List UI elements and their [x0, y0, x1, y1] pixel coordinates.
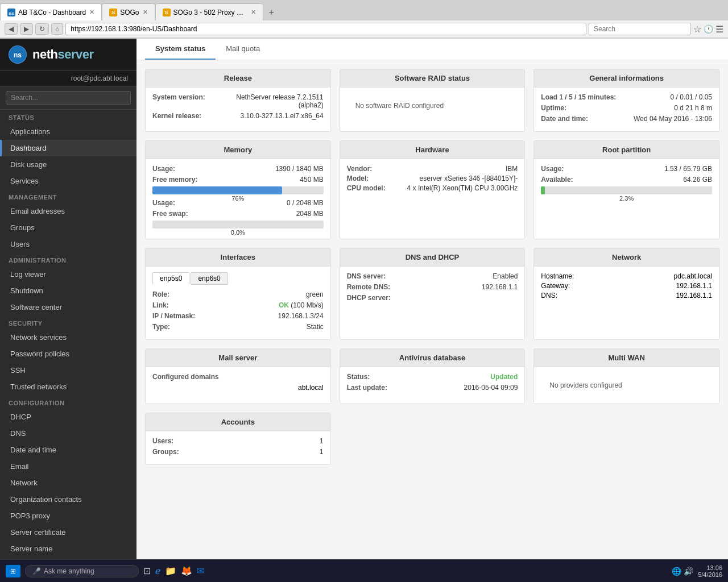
section-title-security: Security — [0, 315, 136, 329]
iface-role-label: Role: — [152, 290, 169, 298]
iface-tab-enp5s0[interactable]: enp5s0 — [152, 272, 189, 285]
antivirus-panel: Antivirus database Status: Updated Last … — [340, 348, 526, 404]
sidebar-item-ssh[interactable]: SSH — [0, 362, 136, 379]
network-panel-body: Hostname: pdc.abt.local Gateway: 192.168… — [534, 267, 719, 307]
root-partition-title: Root partition — [534, 141, 719, 159]
general-info-body: Load 1 / 5 / 15 minutes: 0 / 0.01 / 0.05… — [534, 88, 719, 131]
partition-available-row: Available: 64.26 GB — [541, 176, 712, 184]
sidebar-item-users[interactable]: Users — [0, 236, 136, 252]
load-row: Load 1 / 5 / 15 minutes: 0 / 0.01 / 0.05 — [541, 93, 712, 101]
remote-dns-label: Remote DNS: — [347, 283, 391, 291]
memory-progress-fill — [152, 186, 282, 194]
tab-close-2[interactable]: ✕ — [143, 9, 148, 16]
iface-tab-enp6s0[interactable]: enp6s0 — [191, 272, 228, 285]
iface-role-row: Role: green — [152, 290, 324, 298]
sidebar-item-network-services[interactable]: Network services — [0, 329, 136, 346]
free-swap-row: Free swap: 2048 MB — [152, 210, 324, 218]
address-bar[interactable] — [65, 23, 586, 35]
free-memory-value: 450 MB — [300, 176, 323, 184]
model-label: Model: — [347, 174, 369, 182]
memory-usage-label: Usage: — [152, 165, 175, 173]
forward-button[interactable]: ▶ — [20, 23, 33, 35]
general-info-title: General informations — [534, 69, 719, 88]
taskbar-sys-icons: 🌐 🔊 — [672, 567, 693, 576]
datetime-row: Date and time: Wed 04 May 2016 - 13:06 — [541, 115, 712, 123]
vendor-label: Vendor: — [347, 165, 373, 173]
taskbar-right: 🌐 🔊 13:06 5/4/2016 — [672, 564, 722, 578]
history-icon[interactable]: 🕐 — [704, 24, 713, 34]
tab-favicon-2: S — [109, 9, 117, 16]
reload-button[interactable]: ↻ — [35, 23, 49, 35]
sidebar-item-log-viewer[interactable]: Log viewer — [0, 266, 136, 282]
browser-search[interactable] — [589, 23, 691, 35]
hostname-row: Hostname: pdc.abt.local — [541, 272, 712, 280]
sidebar-item-shutdown[interactable]: Shutdown — [0, 282, 136, 299]
interfaces-body: enp5s0 enp6s0 Role: green Link: OK (100 … — [146, 267, 330, 339]
tab-close-3[interactable]: ✕ — [251, 9, 256, 16]
sidebar-item-organization-contacts[interactable]: Organization contacts — [0, 491, 136, 508]
section-title-status: Status — [0, 110, 136, 123]
iface-link-status: OK — [279, 301, 289, 309]
sidebar-item-server-certificate[interactable]: Server certificate — [0, 524, 136, 541]
home-button[interactable]: ⌂ — [51, 23, 63, 35]
hardware-body: Vendor: IBM Model: eserver xSeries 346 -… — [340, 159, 525, 199]
iface-ip-row: IP / Netmask: 192.168.1.3/24 — [152, 312, 324, 320]
browser-tab-1[interactable]: ns AB T&Co - Dashboard ✕ — [0, 3, 102, 20]
cpu-label: CPU model: — [347, 184, 386, 192]
sidebar-item-password-policies[interactable]: Password policies — [0, 346, 136, 362]
sidebar-item-email[interactable]: Email — [0, 458, 136, 475]
sidebar-item-groups[interactable]: Groups — [0, 219, 136, 236]
tab-label-2: SOGo — [120, 9, 139, 16]
task-view-icon[interactable]: ⊡ — [143, 566, 151, 576]
mail-icon[interactable]: ✉ — [197, 566, 204, 576]
tab-system-status[interactable]: System status — [145, 39, 216, 60]
menu-icon[interactable]: ☰ — [715, 24, 723, 35]
edge-icon[interactable]: ℯ — [155, 566, 160, 576]
explorer-icon[interactable]: 📁 — [165, 566, 176, 576]
dns-dhcp-title: DNS and DHCP — [340, 248, 525, 267]
accounts-title: Accounts — [146, 413, 330, 431]
tab-close-1[interactable]: ✕ — [89, 9, 94, 16]
browser-tab-2[interactable]: S SOGo ✕ — [102, 3, 155, 20]
kernel-release-value: 3.10.0-327.13.1.el7.x86_64 — [241, 112, 324, 120]
mail-domain-value: abt.local — [152, 384, 324, 392]
sidebar-item-dashboard[interactable]: Dashboard — [0, 140, 136, 156]
taskbar-search[interactable]: 🎤 Ask me anything — [25, 565, 139, 577]
firefox-icon[interactable]: 🦊 — [181, 566, 192, 576]
sidebar-search-input[interactable] — [6, 91, 131, 105]
sidebar-item-pop3-proxy[interactable]: POP3 proxy — [0, 508, 136, 524]
sidebar-item-server-name[interactable]: Server name — [0, 541, 136, 557]
iface-link-row: Link: OK (100 Mb/s) — [152, 301, 324, 309]
hostname-value: pdc.abt.local — [674, 272, 712, 280]
bookmark-icon[interactable]: ☆ — [693, 24, 701, 35]
accounts-body: Users: 1 Groups: 1 — [146, 431, 330, 464]
sidebar-item-email-addresses[interactable]: Email addresses — [0, 203, 136, 219]
sidebar-item-dns[interactable]: DNS — [0, 425, 136, 442]
start-button[interactable]: ⊞ — [6, 565, 20, 577]
software-raid-body: No software RAID configured — [340, 88, 525, 124]
iface-link-value: OK (100 Mb/s) — [279, 301, 324, 309]
new-tab-button[interactable]: + — [263, 5, 280, 20]
dns-dhcp-panel: DNS and DHCP DNS server: Enabled Remote … — [340, 248, 526, 340]
sidebar-item-trusted-networks[interactable]: Trusted networks — [0, 379, 136, 395]
sidebar-item-services[interactable]: Services — [0, 173, 136, 189]
mail-server-body: Configured domains abt.local — [146, 367, 330, 397]
section-title-administration: Administration — [0, 252, 136, 266]
sidebar-item-software-center[interactable]: Software center — [0, 299, 136, 315]
sidebar-item-disk-usage[interactable]: Disk usage — [0, 156, 136, 173]
tab-label-1: AB T&Co - Dashboard — [18, 9, 86, 16]
model-value: eserver xSeries 346 -[884015Y]- — [420, 174, 518, 182]
system-version-label: System version: — [152, 93, 205, 109]
release-panel: Release System version: NethServer relea… — [145, 69, 331, 132]
dns-label: DNS: — [541, 292, 557, 300]
sidebar-item-date-and-time[interactable]: Date and time — [0, 442, 136, 458]
multi-wan-message: No providers configured — [541, 373, 712, 398]
back-button[interactable]: ◀ — [5, 23, 18, 35]
tab-mail-quota[interactable]: Mail quota — [216, 39, 270, 60]
sidebar-item-applications[interactable]: Applications — [0, 123, 136, 140]
sidebar-item-network[interactable]: Network — [0, 475, 136, 491]
sidebar-item-dhcp[interactable]: DHCP — [0, 409, 136, 425]
mail-server-panel: Mail server Configured domains abt.local — [145, 348, 331, 404]
memory-usage-row: Usage: 1390 / 1840 MB — [152, 165, 324, 173]
browser-tab-3[interactable]: S SOGo 3 - 502 Proxy Error - ... ✕ — [155, 3, 263, 20]
